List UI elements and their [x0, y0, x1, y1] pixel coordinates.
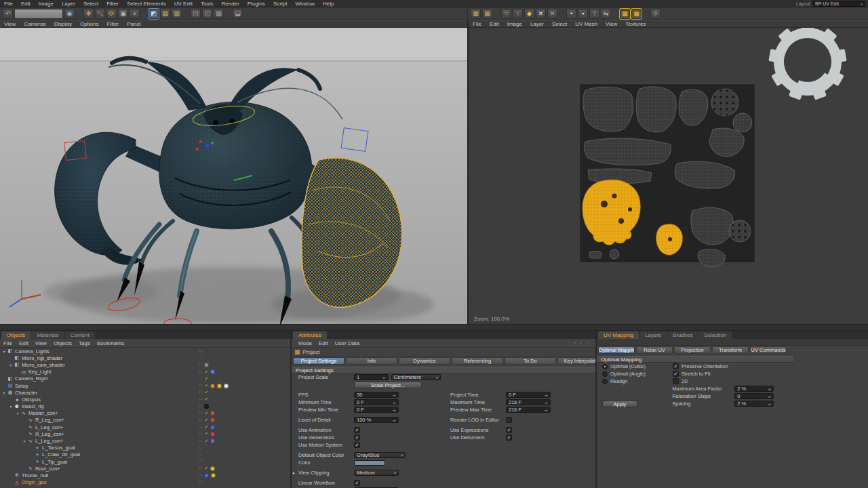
enabled-check[interactable]: ✓ [204, 396, 208, 402]
menu-item-window[interactable]: Window [292, 1, 319, 7]
visibility-dots[interactable]: ∷ [199, 424, 202, 430]
menu-item-render[interactable]: Render [218, 1, 243, 7]
tab-layers[interactable]: Layers [639, 331, 667, 339]
checkbox[interactable] [506, 417, 512, 423]
mirror-uv-icon[interactable]: ⇋ [601, 9, 611, 19]
tree-item-r-leg-con[interactable]: ∿R_Leg_con+∷✓ [0, 430, 290, 437]
tree-item-key-light[interactable]: ▭Key_Light∷✓ [0, 369, 290, 375]
enabled-check[interactable]: ✓ [204, 390, 208, 395]
tab-materials[interactable]: Materials [31, 331, 64, 339]
field-spinner[interactable]: ◂▸ [382, 375, 386, 380]
visibility-dots[interactable]: ∷ [199, 439, 202, 444]
uv-canvas[interactable] [469, 28, 868, 316]
uv-menu-textures[interactable]: Textures [621, 21, 650, 27]
radio-optimal-cubic[interactable] [602, 364, 608, 369]
tree-item-character[interactable]: ▾◍Character∷✓ [0, 389, 290, 396]
uvmap-tab-optimal-mapping[interactable]: Optimal Mapping [598, 346, 635, 354]
menu-item-edit[interactable]: Edit [17, 1, 35, 7]
checkbox[interactable]: ✓ [354, 434, 360, 441]
tree-item-insect-rig[interactable]: ▾⚉Insect_rig∷ [0, 403, 290, 410]
attr-tab-to-do[interactable]: To Do [505, 357, 556, 365]
tab-brushes[interactable]: Brushes [667, 331, 698, 339]
uv-polygon-icon[interactable]: ◆ [524, 9, 534, 19]
tree-item-l-tarsus-goal[interactable]: ⌖L_Tarsus_goal∷ [0, 445, 290, 451]
uv-menu-layer[interactable]: Layer [526, 21, 548, 27]
tab-content[interactable]: Content [65, 331, 95, 339]
attr-tab-info[interactable]: Info [346, 357, 397, 365]
color-swatch[interactable] [354, 460, 385, 466]
field-spinner[interactable]: ◂▸ [768, 401, 771, 407]
menu-item-layer[interactable]: Layer [58, 1, 79, 7]
tag-red[interactable] [210, 432, 215, 436]
input-field[interactable]: 0 F◂▸ [354, 399, 399, 405]
uv-mesh-icon[interactable]: ▦ [471, 9, 481, 19]
uv-menu-image[interactable]: Image [503, 21, 526, 27]
enabled-check[interactable]: ✓ [204, 466, 208, 471]
objects-menu-bookmarks[interactable]: Bookmarks [94, 340, 127, 346]
checkbox-preserve-orientation[interactable]: ✓ [673, 363, 679, 369]
uv-menu-select[interactable]: Select [548, 21, 571, 27]
viewport-menu-view[interactable]: View [0, 21, 20, 27]
axis-lock-icon[interactable]: ▥ [172, 9, 182, 19]
attr-tab-key-interpolation[interactable]: Key Interpolation [557, 357, 595, 365]
uv-point-icon[interactable]: ∵ [501, 9, 511, 19]
attr-tab-dynamics[interactable]: Dynamics [399, 357, 450, 365]
radio-realign[interactable] [602, 379, 608, 384]
viewport-menu-options[interactable]: Options [76, 21, 103, 27]
visibility-dots[interactable]: ∷ [199, 348, 202, 354]
field-spinner[interactable]: ◂▸ [393, 418, 396, 423]
rotate-icon[interactable]: ⟳ [106, 9, 117, 19]
field-spinner[interactable]: ◂▸ [393, 407, 396, 413]
tree-expand-arrow[interactable]: ▾ [22, 439, 27, 443]
uv-poly-mode-icon[interactable]: ▪ [578, 9, 588, 19]
tag-brown[interactable] [210, 411, 215, 415]
tag-yellow[interactable] [217, 384, 222, 388]
last-tool-icon[interactable]: ▣ [118, 9, 128, 19]
visibility-dots[interactable]: ∷ [199, 362, 202, 367]
field-spinner[interactable]: ◂▸ [545, 392, 548, 398]
visibility-dots[interactable]: ∷ [199, 466, 202, 471]
uv-island-icon[interactable]: ▦ [620, 9, 630, 19]
tab-selection[interactable]: Selection [698, 331, 732, 339]
tag-black[interactable] [204, 404, 209, 409]
tree-expand-arrow[interactable]: ▾ [1, 349, 7, 354]
attributes-history-icons[interactable]: ‹ › ⋮ [570, 340, 595, 346]
enabled-check[interactable]: ✓ [204, 431, 208, 436]
checkbox[interactable]: ✓ [354, 427, 360, 433]
param-dot[interactable]: ● [292, 471, 295, 475]
viewport-menu-panel[interactable]: Panel [123, 21, 144, 27]
enabled-check[interactable]: ✓ [204, 376, 208, 382]
tree-item-l-leg-con[interactable]: ∿L_Leg_con+∷✓ [0, 424, 290, 430]
hide-selection-icon[interactable]: ✕ [547, 9, 557, 19]
enabled-check[interactable]: ✓ [204, 411, 208, 416]
objects-menu-tags[interactable]: Tags [75, 340, 94, 346]
enabled-check[interactable]: ✓ [204, 439, 208, 444]
tree-item-micro-cam-shader[interactable]: ▾◧Micro_cam_shader∷ [0, 361, 290, 368]
viewport-menu-display[interactable]: Display [50, 21, 76, 27]
input-field[interactable]: 1◂▸ [354, 374, 389, 380]
visibility-dots[interactable]: ∷ [199, 355, 202, 361]
tree-item-l-claw-00-goal[interactable]: ⌖L_Claw_00_goal∷ [0, 451, 290, 458]
uv-shell-icon[interactable]: ▩ [631, 9, 642, 19]
visibility-dots[interactable]: ∷ [199, 376, 202, 382]
tag-gray[interactable] [204, 363, 209, 367]
tree-item-micro-rigt-shader[interactable]: ◧Micro_rigt_shader∷ [0, 354, 290, 361]
visibility-dots[interactable]: ∷ [199, 404, 202, 409]
tag-red[interactable] [210, 418, 215, 422]
tree-item-l-leg-con[interactable]: ▾∿L_Leg_con+∷✓ [0, 437, 290, 444]
selection-filter-icon[interactable]: ◩ [149, 9, 159, 19]
enabled-check[interactable]: ✓ [204, 424, 208, 430]
visibility-dots[interactable]: ∷ [199, 472, 202, 478]
visibility-dots[interactable]: ∷ [199, 452, 202, 458]
select-centimeters[interactable]: Centimeters▾ [391, 374, 441, 380]
live-selection-icon[interactable]: ◉ [64, 9, 75, 19]
attributes-menu-user-data[interactable]: User Data [332, 340, 363, 346]
checkbox-2d[interactable] [673, 378, 679, 384]
3d-viewport-canvas[interactable] [0, 28, 467, 324]
visibility-dots[interactable]: ∷ [199, 431, 202, 436]
input-field[interactable]: 2 %◂▸ [734, 386, 774, 392]
visibility-dots[interactable]: ∷ [199, 396, 202, 402]
tag-target[interactable] [210, 369, 215, 374]
tag-yellowring[interactable] [210, 466, 215, 471]
model-mode-icon[interactable]: ◳ [191, 9, 201, 19]
